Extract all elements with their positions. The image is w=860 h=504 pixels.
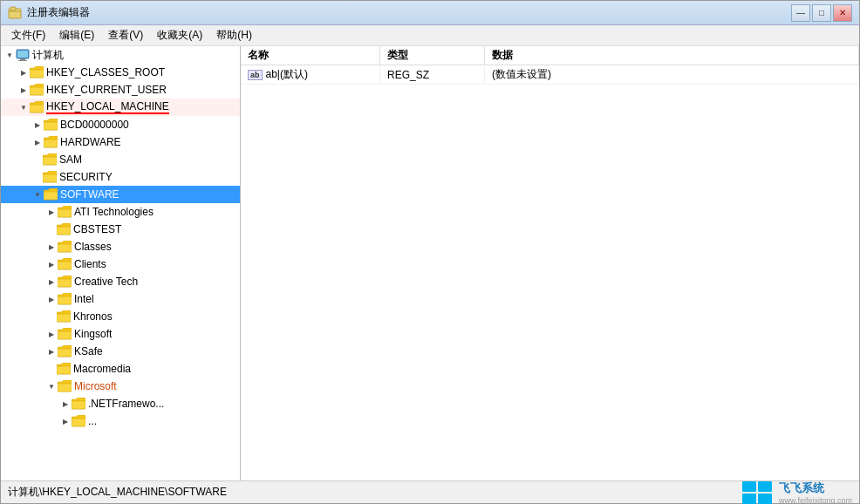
expand-icon[interactable]: ▶ bbox=[46, 205, 57, 219]
expand-icon[interactable]: ▶ bbox=[18, 83, 29, 97]
tree-panel: ▼ 计算机▶ HKEY_CLASSES_ROOT▶ HKEY_CURRENT_U… bbox=[1, 46, 241, 480]
reg-ab-icon: ab bbox=[248, 70, 263, 80]
tree-item-ati[interactable]: ▶ ATI Technologies bbox=[1, 203, 240, 221]
tree-label: BCD00000000 bbox=[60, 119, 129, 131]
expand-icon[interactable]: ▶ bbox=[32, 118, 43, 132]
expand-icon[interactable]: ▶ bbox=[46, 327, 57, 341]
svg-rect-5 bbox=[18, 60, 27, 61]
tree-item-hardware[interactable]: ▶ HARDWARE bbox=[1, 133, 240, 151]
reg-type-default: REG_SZ bbox=[380, 67, 485, 83]
watermark: 飞飞系统 www.feifeixitong.com bbox=[741, 480, 852, 505]
tree-item-netframework[interactable]: ▶ .NETFramewo... bbox=[1, 395, 240, 412]
svg-rect-6 bbox=[17, 51, 28, 58]
tree-item-computer[interactable]: ▼ 计算机 bbox=[1, 46, 240, 64]
reg-data-default: (数值未设置) bbox=[485, 65, 859, 84]
col-header-data: 数据 bbox=[485, 46, 859, 65]
close-button[interactable]: ✕ bbox=[833, 4, 852, 22]
windows-logo-icon bbox=[741, 480, 775, 505]
tree-label: HKEY_CURRENT_USER bbox=[46, 84, 167, 96]
expand-icon[interactable]: ▶ bbox=[46, 344, 57, 358]
tree-label: Intel bbox=[74, 293, 94, 305]
tree-label: Creative Tech bbox=[74, 276, 138, 288]
reg-name-default: ab ab|(默认) bbox=[241, 65, 380, 84]
expand-icon[interactable]: ▶ bbox=[46, 292, 57, 306]
tree-label: 计算机 bbox=[32, 48, 64, 63]
tree-label: HKEY_LOCAL_MACHINE bbox=[46, 100, 169, 114]
expand-icon[interactable]: ▼ bbox=[46, 379, 57, 393]
title-bar: 注册表编辑器 — □ ✕ bbox=[1, 1, 859, 25]
status-path: 计算机\HKEY_LOCAL_MACHINE\SOFTWARE bbox=[8, 485, 741, 500]
expand-icon[interactable]: ▶ bbox=[46, 257, 57, 271]
right-panel: 名称 类型 数据 ab ab|(默认) REG_SZ (数值未设置) bbox=[241, 46, 859, 480]
watermark-url: www.feifeixitong.com bbox=[779, 496, 852, 505]
expand-icon[interactable]: ▶ bbox=[32, 135, 43, 149]
tree-label: KSafe bbox=[74, 345, 103, 358]
right-content: ab ab|(默认) REG_SZ (数值未设置) bbox=[241, 65, 859, 480]
watermark-text: 飞飞系统 bbox=[779, 480, 852, 496]
tree-label: HKEY_CLASSES_ROOT bbox=[46, 66, 165, 78]
svg-rect-9 bbox=[742, 494, 756, 504]
menu-help[interactable]: 帮助(H) bbox=[209, 26, 259, 44]
col-header-name: 名称 bbox=[241, 46, 380, 65]
menu-view[interactable]: 查看(V) bbox=[101, 26, 150, 44]
tree-label: Classes bbox=[74, 241, 112, 253]
tree-item-security[interactable]: SECURITY bbox=[1, 168, 240, 186]
tree-item-hkey_classes_root[interactable]: ▶ HKEY_CLASSES_ROOT bbox=[1, 64, 240, 81]
tree-label: Microsoft bbox=[74, 380, 117, 392]
expand-icon[interactable]: ▶ bbox=[60, 397, 71, 411]
tree-item-khronos[interactable]: Khronos bbox=[1, 308, 240, 325]
tree-item-macromedia[interactable]: Macromedia bbox=[1, 360, 240, 378]
tree-item-more[interactable]: ▶ ... bbox=[1, 412, 240, 430]
expand-icon[interactable]: ▶ bbox=[46, 275, 57, 289]
app-icon bbox=[8, 6, 22, 20]
svg-rect-4 bbox=[20, 58, 25, 60]
menu-bar: 文件(F) 编辑(E) 查看(V) 收藏夹(A) 帮助(H) bbox=[1, 25, 859, 46]
col-header-type: 类型 bbox=[380, 46, 485, 65]
svg-rect-1 bbox=[10, 7, 16, 10]
right-header: 名称 类型 数据 bbox=[241, 46, 859, 65]
watermark-brand: 飞飞系统 www.feifeixitong.com bbox=[779, 480, 852, 505]
tree-item-software[interactable]: ▼ SOFTWARE bbox=[1, 186, 240, 203]
tree-label: Khronos bbox=[73, 310, 113, 323]
tree-item-ksafe[interactable]: ▶ KSafe bbox=[1, 343, 240, 360]
tree-item-creative_tech[interactable]: ▶ Creative Tech bbox=[1, 273, 240, 290]
tree-label: HARDWARE bbox=[60, 136, 121, 148]
expand-icon[interactable]: ▼ bbox=[4, 48, 15, 62]
registry-row-default[interactable]: ab ab|(默认) REG_SZ (数值未设置) bbox=[241, 65, 859, 85]
expand-icon[interactable]: ▶ bbox=[46, 240, 57, 254]
svg-rect-10 bbox=[758, 494, 772, 504]
tree-scroll[interactable]: ▼ 计算机▶ HKEY_CLASSES_ROOT▶ HKEY_CURRENT_U… bbox=[1, 46, 240, 480]
tree-item-intel[interactable]: ▶ Intel bbox=[1, 290, 240, 308]
tree-item-bcd[interactable]: ▶ BCD00000000 bbox=[1, 116, 240, 133]
tree-label: CBSTEST bbox=[73, 223, 121, 235]
tree-item-sam[interactable]: SAM bbox=[1, 151, 240, 168]
menu-edit[interactable]: 编辑(E) bbox=[52, 26, 101, 44]
tree-label: Kingsoft bbox=[74, 328, 112, 340]
tree-label: ATI Technologies bbox=[74, 206, 154, 218]
expand-icon[interactable]: ▼ bbox=[32, 187, 43, 201]
tree-item-classes[interactable]: ▶ Classes bbox=[1, 238, 240, 255]
menu-favorites[interactable]: 收藏夹(A) bbox=[150, 26, 209, 44]
status-bar: 计算机\HKEY_LOCAL_MACHINE\SOFTWARE 飞飞系统 www… bbox=[1, 480, 859, 503]
tree-label: .NETFramewo... bbox=[88, 398, 164, 410]
tree-label: SECURITY bbox=[59, 171, 113, 183]
tree-item-hkey_current_user[interactable]: ▶ HKEY_CURRENT_USER bbox=[1, 81, 240, 99]
tree-label: Clients bbox=[74, 258, 106, 270]
tree-label: Macromedia bbox=[73, 363, 131, 375]
tree-item-microsoft[interactable]: ▼ Microsoft bbox=[1, 378, 240, 395]
title-bar-text: 注册表编辑器 bbox=[27, 5, 791, 20]
minimize-button[interactable]: — bbox=[791, 4, 810, 22]
expand-icon[interactable]: ▼ bbox=[18, 100, 29, 114]
expand-icon[interactable]: ▶ bbox=[18, 65, 29, 79]
tree-item-hkey_local_machine[interactable]: ▼ HKEY_LOCAL_MACHINE bbox=[1, 99, 240, 116]
menu-file[interactable]: 文件(F) bbox=[4, 26, 52, 44]
reg-name-label: ab|(默认) bbox=[266, 67, 308, 82]
registry-editor-window: 注册表编辑器 — □ ✕ 文件(F) 编辑(E) 查看(V) 收藏夹(A) 帮助… bbox=[0, 0, 860, 504]
tree-item-cbstest[interactable]: CBSTEST bbox=[1, 221, 240, 238]
tree-item-clients[interactable]: ▶ Clients bbox=[1, 255, 240, 273]
tree-label: SOFTWARE bbox=[60, 188, 119, 201]
expand-icon[interactable]: ▶ bbox=[60, 414, 71, 428]
maximize-button[interactable]: □ bbox=[812, 4, 831, 22]
tree-label: SAM bbox=[59, 153, 82, 166]
tree-item-kingsoft[interactable]: ▶ Kingsoft bbox=[1, 325, 240, 343]
